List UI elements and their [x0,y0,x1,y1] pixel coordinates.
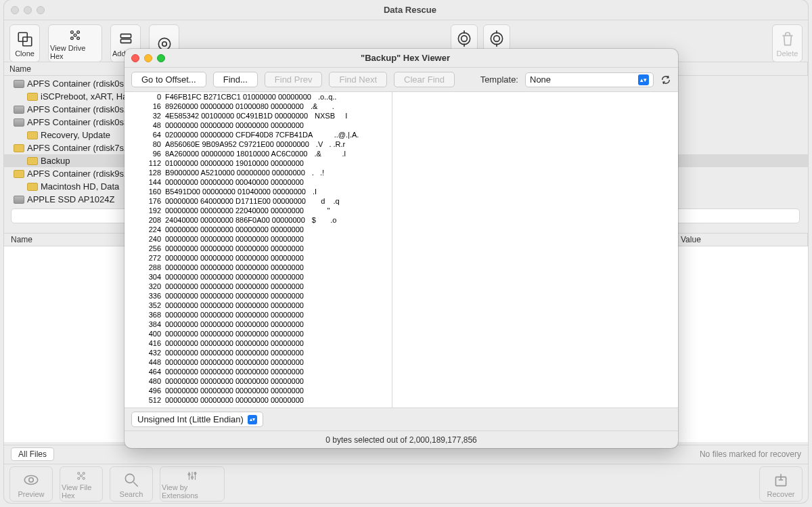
hex-row[interactable]: 0F46FB1FC B271CBC1 01000000 00000000.o..… [125,92,392,102]
hex-row[interactable]: 36800000000 00000000 00000000 00000000 [125,310,392,319]
close-icon[interactable] [11,6,19,14]
hex-offset: 48 [129,120,165,130]
zoom-icon[interactable] [37,6,45,14]
hex-row[interactable]: 19200000000 00000000 22040000 00000000 " [125,206,392,215]
results-value-header[interactable]: Value [674,234,808,246]
hex-row[interactable]: 49600000000 00000000 00000000 00000000 [125,386,392,395]
hex-row[interactable]: 35200000000 00000000 00000000 00000000 [125,301,392,310]
hex-titlebar: "Backup" Hex Viewer [125,49,678,68]
goto-offset-button[interactable]: Go to Offset... [131,72,206,87]
traffic-lights [11,6,45,14]
hex-bytes: 00000000 00000000 00000000 00000000 [165,234,304,244]
hex-row[interactable]: 40000000000 00000000 00000000 00000000 [125,329,392,338]
hex-offset: 288 [129,263,165,272]
hex-row[interactable]: 6402000000 00000000 CFDF40D8 7CFB41DA ..… [125,130,392,139]
hex-row[interactable]: 11201000000 00000000 19010000 00000000 [125,158,392,168]
hex-offset: 384 [129,319,165,329]
hex-row[interactable]: 968A260000 00000000 18010000 AC6C0000.& … [125,149,392,158]
tree-row-label: APFS Container (rdisk0s1) [27,79,132,89]
preview-button[interactable]: Preview [9,466,53,502]
svg-point-10 [162,42,166,47]
find-next-button[interactable]: Find Next [329,72,387,87]
hex-dump[interactable]: 0F46FB1FC B271CBC1 01000000 00000000.o..… [125,92,392,407]
hex-offset: 352 [129,301,165,310]
hex-row[interactable]: 24000000000 00000000 00000000 00000000 [125,234,392,244]
sliders-icon [183,470,201,482]
refresh-icon[interactable] [660,74,671,85]
search-button[interactable]: Search [110,466,153,502]
hex-row[interactable]: 1689260000 00000000 01000080 00000000.& … [125,102,392,111]
minimize-icon[interactable] [24,6,32,14]
trash-icon [779,30,796,48]
hex-row[interactable]: 51200000000 00000000 00000000 00000000 [125,395,392,405]
hex-row[interactable]: 33600000000 00000000 00000000 00000000 [125,291,392,301]
minimize-icon[interactable] [144,54,152,62]
hex-row[interactable]: 128B9000000 A5210000 00000000 00000000. … [125,168,392,177]
view-by-extensions-button[interactable]: View by Extensions [160,466,225,502]
no-files-marked-label: No files marked for recovery [700,449,801,459]
hex-ascii: $ .o [305,215,337,225]
hex-bytes: 00000000 00000000 00000000 00000000 [165,376,304,386]
recover-button[interactable]: Recover [759,466,803,502]
hex-row[interactable]: 324E585342 00100000 0C491B1D 00000000NXS… [125,111,392,120]
folder-icon [27,131,38,139]
hex-row[interactable]: 14400000000 00000000 00040000 00000000 [125,177,392,187]
recover-label: Recover [767,490,795,498]
target-button-2[interactable] [483,24,510,51]
hex-bytes: 00000000 00000000 00000000 00000000 [165,338,304,348]
svg-point-21 [78,472,80,474]
hex-ascii: .& . [304,102,334,111]
hex-row[interactable]: 28800000000 00000000 00000000 00000000 [125,263,392,272]
hex-ascii: .& .l [307,149,345,158]
hex-row[interactable]: 30400000000 00000000 00000000 00000000 [125,272,392,282]
hex-ascii [304,386,311,395]
hex-row[interactable]: 4800000000 00000000 00000000 00000000 [125,120,392,130]
zoom-icon[interactable] [157,54,165,62]
hex-ascii [304,234,311,244]
hex-row[interactable]: 80A856060E 9B09A952 C9721E00 00000000.V … [125,139,392,149]
find-prev-button[interactable]: Find Prev [265,72,323,87]
hex-row[interactable]: 27200000000 00000000 00000000 00000000 [125,253,392,263]
clear-find-button[interactable]: Clear Find [394,72,455,87]
template-value: None [530,74,551,85]
format-select[interactable]: Unsigned Int (Little Endian) ▴▾ [131,412,263,427]
hex-row[interactable]: 41600000000 00000000 00000000 00000000 [125,338,392,348]
hex-row[interactable]: 43200000000 00000000 00000000 00000000 [125,348,392,357]
target-icon [455,30,473,47]
delete-button[interactable]: Delete [772,24,803,62]
hex-row[interactable]: 48000000000 00000000 00000000 00000000 [125,376,392,386]
hex-bytes: F46FB1FC B271CBC1 01000000 00000000 [165,92,311,102]
view-file-hex-button[interactable]: View File Hex [60,466,103,502]
tree-row-label: APFS Container (rdisk7s2) [27,143,132,153]
hex-row[interactable]: 22400000000 00000000 00000000 00000000 [125,225,392,234]
hex-row[interactable]: 160B5491D00 00000000 01040000 00000000.I [125,187,392,196]
target-button-1[interactable] [451,24,478,51]
hex-row[interactable]: 38400000000 00000000 00000000 00000000 [125,319,392,329]
template-select[interactable]: None ▴▾ [525,72,654,87]
view-drive-hex-button[interactable]: View Drive Hex [48,24,102,62]
all-files-button[interactable]: All Files [11,447,54,461]
close-icon[interactable] [131,54,139,62]
hex-format-bar: Unsigned Int (Little Endian) ▴▾ [125,407,678,431]
find-button[interactable]: Find... [213,72,258,87]
hex-body: 0F46FB1FC B271CBC1 01000000 00000000.o..… [125,92,678,407]
hex-bytes: 00000000 00000000 00000000 00000000 [165,348,304,357]
hex-row[interactable]: 44800000000 00000000 00000000 00000000 [125,357,392,367]
hex-bytes: 00000000 00000000 00000000 00000000 [165,301,304,310]
hex-offset: 512 [129,395,165,405]
hex-ascii [304,301,311,310]
hex-row[interactable]: 17600000000 64000000 D1711E00 00000000 d… [125,196,392,206]
hex-row[interactable]: 20824040000 00000000 886F0A00 00000000$ … [125,215,392,225]
search-icon [122,471,140,489]
hex-row[interactable]: 25600000000 00000000 00000000 00000000 [125,244,392,253]
hex-ascii [304,253,311,263]
hex-bytes: 24040000 00000000 886F0A00 00000000 [165,215,305,225]
hex-bytes: 00000000 00000000 00000000 00000000 [165,357,304,367]
hex-row[interactable]: 32000000000 00000000 00000000 00000000 [125,282,392,291]
hex-ascii [304,329,311,338]
hex-offset: 64 [129,130,165,139]
hex-row[interactable]: 46400000000 00000000 00000000 00000000 [125,367,392,376]
clone-button[interactable]: Clone [9,24,40,62]
hex-bytes: 8A260000 00000000 18010000 AC6C0000 [165,149,307,158]
delete-label: Delete [777,49,798,58]
